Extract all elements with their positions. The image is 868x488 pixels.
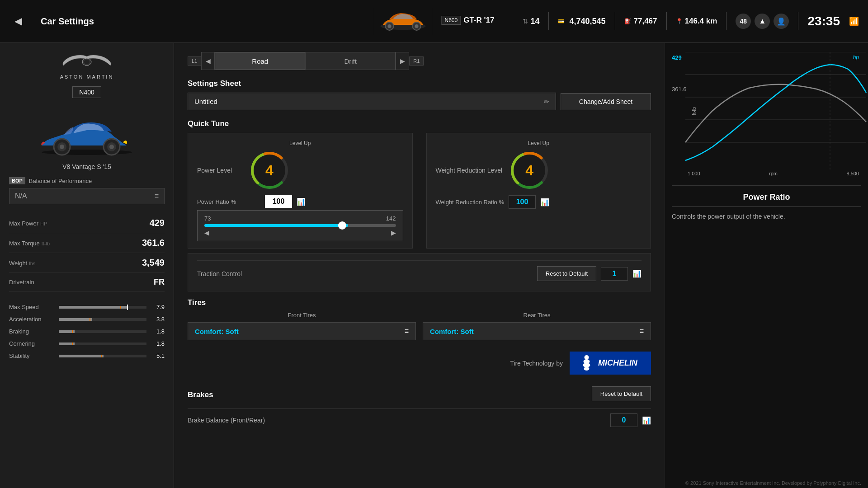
rear-tire-heading: Rear Tires (423, 312, 651, 319)
power-ratio-value: 100 (265, 195, 292, 208)
traction-label: Traction Control (197, 270, 242, 277)
acceleration-bar-container (59, 318, 146, 321)
info-description: Controls the power output of the vehicle… (672, 211, 861, 221)
car-info-center: N600 GT-R '17 (374, 7, 495, 36)
max-power-unit: HP (40, 221, 47, 226)
front-tire-heading: Front Tires (188, 312, 416, 319)
credits-value: 4,740,545 (569, 17, 605, 26)
braking-value: 1.8 (151, 328, 165, 335)
mileage-value: 77,467 (634, 17, 657, 26)
power-bar-chart-icon[interactable]: 📊 (297, 197, 306, 206)
page-title: Car Settings (36, 16, 94, 27)
chart-x-min: 1,000 (688, 171, 700, 176)
weight-tune-main: Weight Reduction Level 4 (436, 150, 642, 191)
na-value: N/A (15, 192, 27, 200)
profile-icon: 👤 (774, 14, 789, 29)
sheet-name-input[interactable]: Untitled ✏ (188, 93, 556, 110)
drivetrain-label: Drivetrain (9, 279, 34, 286)
quick-tune-row: Level Up Power Level (188, 133, 651, 249)
weight-unit: lbs. (29, 261, 37, 266)
brand-name: ASTON MARTIN (9, 74, 165, 80)
stats-section: Max PowerHP 429 Max Torqueft-lb 361.6 We… (9, 213, 165, 292)
tab-drift[interactable]: Drift (305, 52, 396, 70)
weight-level-value: 4 (525, 162, 533, 179)
edit-icon[interactable]: ✏ (544, 98, 549, 105)
chart-x-max: 8,500 (846, 171, 859, 176)
signal-icon: 📶 (849, 16, 859, 26)
max-power-value: 429 (150, 218, 165, 228)
max-power-label: Max Power (9, 220, 38, 227)
acceleration-bar (59, 318, 92, 321)
weight-dial[interactable]: 4 (509, 150, 550, 191)
traction-section: Traction Control Reset to Default 1 📊 (188, 253, 651, 291)
power-dial[interactable]: 4 (249, 150, 290, 191)
svg-point-4 (415, 24, 419, 28)
car-thumbnail-svg (376, 9, 430, 34)
bop-section: BOP Balance of Performance (9, 177, 165, 184)
slider-left-arrow[interactable]: ◀ (204, 229, 209, 236)
slider-arrows: ◀ ▶ (204, 229, 396, 236)
tab-road[interactable]: Road (215, 52, 305, 70)
slider-max: 142 (386, 215, 396, 222)
brakes-reset-button[interactable]: Reset to Default (592, 386, 651, 401)
braking-label: Braking (9, 328, 54, 335)
menu-icon[interactable]: ≡ (155, 192, 159, 200)
max-torque-value: 361.6 (142, 238, 165, 248)
power-chart-svg (685, 52, 868, 169)
rear-tire-name: Comfort: Soft (430, 328, 474, 335)
slider-track[interactable] (204, 224, 396, 227)
slider-right-arrow[interactable]: ▶ (391, 229, 396, 236)
front-tire-selector[interactable]: Comfort: Soft ≡ (188, 322, 416, 340)
r1-indicator: R1 (409, 56, 424, 66)
connection-count: 14 (530, 17, 539, 26)
weight-label: Weight (9, 260, 27, 267)
tab-right-arrow[interactable]: ▶ (396, 52, 409, 70)
traction-row: Traction Control Reset to Default 1 📊 (197, 260, 642, 286)
back-button[interactable]: ◀ (0, 0, 36, 43)
settings-sheet-section: Settings Sheet Untitled ✏ Change/Add She… (188, 79, 651, 110)
quick-tune-reset-button[interactable]: Reset to Default (537, 266, 596, 281)
bop-label-text: Balance of Performance (29, 178, 92, 184)
n-rating-badge: N400 (72, 86, 101, 98)
brakes-section: Brakes Reset to Default Brake Balance (F… (188, 384, 651, 432)
weight-ratio-row: Weight Reduction Ratio % 100 📊 (436, 195, 642, 209)
distance-value: 146.4 km (685, 17, 717, 26)
tab-left-arrow[interactable]: ◀ (201, 52, 215, 70)
svg-point-24 (583, 363, 590, 367)
weight-ratio-label: Weight Reduction Ratio % (436, 199, 505, 206)
chart-y-max: 429 (672, 54, 682, 61)
max-torque-unit: ft-lb (42, 241, 50, 246)
max-torque-label: Max Torque (9, 240, 40, 247)
brake-balance-row: Brake Balance (Front/Rear) 0 📊 (188, 408, 651, 432)
michelin-logo: MICHELIN (570, 352, 651, 375)
info-section: Power Ratio Controls the power output of… (672, 185, 861, 228)
change-sheet-button[interactable]: Change/Add Sheet (561, 93, 651, 110)
chart-area: 429 361.6 hp ft-lb 1,000 rpm 8,5 (672, 50, 861, 176)
right-panel: 429 361.6 hp ft-lb 1,000 rpm 8,5 (665, 43, 868, 488)
braking-bar-container (59, 330, 146, 333)
weight-level-label: Weight Reduction Level (436, 167, 503, 174)
svg-point-25 (584, 367, 590, 371)
brake-bar-icon[interactable]: 📊 (642, 416, 651, 425)
power-ratio-row: Power Ratio % 100 📊 (197, 195, 403, 208)
weight-bar-chart-icon[interactable]: 📊 (540, 198, 549, 206)
info-title: Power Ratio (672, 192, 861, 202)
power-level-up-label: Level Up (197, 140, 403, 146)
slider-thumb[interactable] (338, 221, 346, 230)
power-level-value: 4 (265, 162, 274, 179)
traction-bar-icon[interactable]: 📊 (632, 269, 642, 278)
rear-tire-selector[interactable]: Comfort: Soft ≡ (423, 322, 651, 340)
brakes-heading: Brakes (188, 390, 213, 399)
michelin-man-icon (579, 355, 594, 371)
cornering-value: 1.8 (151, 340, 165, 347)
weight-level-up-label: Level Up (436, 140, 642, 146)
stability-bar-container (59, 355, 146, 357)
stability-bar (59, 355, 104, 357)
drivetrain-row: Drivetrain FR (9, 273, 165, 292)
tab-navigation: L1 ◀ Road Drift ▶ R1 (188, 52, 651, 70)
car-image-area (9, 112, 165, 159)
stability-value: 5.1 (151, 352, 165, 359)
bop-badge: BOP (9, 177, 25, 184)
svg-point-10 (60, 145, 64, 149)
na-bar[interactable]: N/A ≡ (9, 188, 165, 204)
